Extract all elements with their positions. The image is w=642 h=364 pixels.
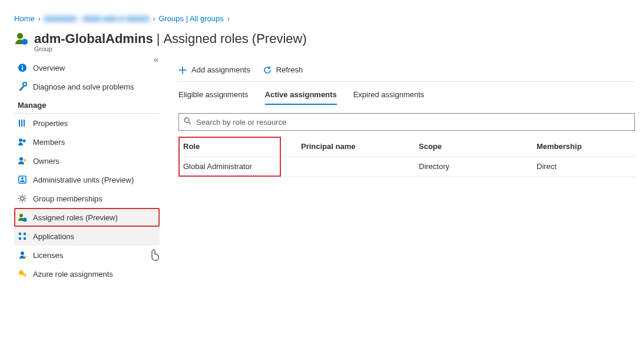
chevron-right-icon: › xyxy=(38,15,41,23)
tab-active-assignments[interactable]: Active assignments xyxy=(265,90,337,105)
svg-point-1 xyxy=(22,39,28,45)
licenses-icon xyxy=(18,250,27,260)
cell-scope: Directory xyxy=(419,162,537,171)
sidebar-item-licenses[interactable]: Licenses xyxy=(14,246,160,264)
title-divider: | xyxy=(157,31,160,47)
svg-line-27 xyxy=(188,122,191,124)
sidebar-label: Members xyxy=(33,138,65,147)
members-icon xyxy=(18,137,27,147)
svg-rect-24 xyxy=(22,274,26,275)
svg-rect-25 xyxy=(25,275,26,277)
sidebar-label: Properties xyxy=(33,119,68,128)
add-assignments-button[interactable]: Add assignments xyxy=(178,65,250,74)
info-icon xyxy=(18,63,27,72)
svg-rect-6 xyxy=(19,120,20,127)
chevron-right-icon: › xyxy=(227,15,230,23)
search-icon xyxy=(184,117,191,127)
sidebar-label: Applications xyxy=(33,232,74,241)
group-icon xyxy=(14,31,28,47)
wrench-icon xyxy=(18,82,27,91)
tab-eligible-assignments[interactable]: Eligible assignments xyxy=(178,90,249,105)
sidebar-label: Administrative units (Preview) xyxy=(33,176,134,184)
table-row[interactable]: Global Administrator Directory Direct xyxy=(178,157,635,177)
sidebar-label: Azure role assignments xyxy=(33,270,113,279)
page-title: Assigned roles (Preview) xyxy=(163,31,306,47)
sidebar-label: Licenses xyxy=(33,251,63,260)
refresh-icon xyxy=(263,66,272,74)
sidebar-item-admin-units[interactable]: Administrative units (Preview) xyxy=(14,170,160,189)
sidebar-item-properties[interactable]: Properties xyxy=(14,114,160,133)
svg-point-16 xyxy=(23,218,27,222)
svg-point-15 xyxy=(19,214,23,217)
properties-icon xyxy=(18,118,27,128)
tabs: Eligible assignments Active assignments … xyxy=(178,90,635,105)
sidebar-label: Assigned roles (Preview) xyxy=(33,213,118,222)
collapse-sidebar-button[interactable]: « xyxy=(154,55,158,64)
svg-rect-19 xyxy=(19,237,21,240)
plus-icon xyxy=(178,66,187,74)
breadcrumb-groups[interactable]: Groups | All groups xyxy=(158,14,223,23)
chevron-right-icon: › xyxy=(153,15,155,23)
sidebar-label: Overview xyxy=(33,64,65,72)
refresh-button[interactable]: Refresh xyxy=(263,65,303,74)
column-header-membership[interactable]: Membership xyxy=(537,142,635,151)
gear-icon xyxy=(18,194,27,203)
sidebar-section-label: Manage xyxy=(18,101,46,110)
assigned-roles-icon xyxy=(18,213,27,222)
svg-point-0 xyxy=(17,33,23,39)
svg-point-13 xyxy=(21,177,24,180)
cell-role: Global Administrator xyxy=(183,162,301,171)
svg-point-10 xyxy=(23,140,26,143)
sidebar-item-group-memberships[interactable]: Group memberships xyxy=(14,189,160,208)
column-header-role[interactable]: Role xyxy=(183,142,301,151)
toolbar: Add assignments Refresh xyxy=(178,58,635,82)
svg-rect-20 xyxy=(24,237,26,240)
sidebar-label: Diagnose and solve problems xyxy=(33,82,134,91)
toolbar-label: Add assignments xyxy=(191,65,250,74)
svg-point-21 xyxy=(21,252,24,255)
svg-point-14 xyxy=(21,197,24,200)
group-title: adm-GlobalAdmins xyxy=(34,31,153,47)
assignments-table: Role Principal name Scope Membership Glo… xyxy=(178,137,635,177)
svg-point-9 xyxy=(19,138,22,142)
search-placeholder: Search by role or resource xyxy=(196,118,286,127)
admin-units-icon xyxy=(18,175,27,184)
table-header-row: Role Principal name Scope Membership xyxy=(178,137,635,157)
svg-point-5 xyxy=(23,82,27,86)
svg-point-26 xyxy=(184,118,189,123)
sidebar-item-overview[interactable]: Overview xyxy=(14,58,160,77)
sidebar-label: Owners xyxy=(33,157,59,166)
svg-rect-8 xyxy=(24,120,25,127)
column-header-principal[interactable]: Principal name xyxy=(301,142,419,151)
sidebar-item-diagnose[interactable]: Diagnose and solve problems xyxy=(14,77,160,96)
breadcrumb-home[interactable]: Home xyxy=(14,14,35,23)
main-content: Add assignments Refresh Eligible assignm… xyxy=(164,58,642,283)
breadcrumb-tenant[interactable]: ■■■■■■■ · ■■■■ ■■■ ■ ■■■■■ xyxy=(44,14,150,23)
cell-membership: Direct xyxy=(537,162,635,171)
svg-rect-7 xyxy=(21,120,22,127)
sidebar-item-owners[interactable]: Owners xyxy=(14,151,160,170)
column-header-scope[interactable]: Scope xyxy=(419,142,537,151)
breadcrumb: Home › ■■■■■■■ · ■■■■ ■■■ ■ ■■■■■ › Grou… xyxy=(14,14,642,23)
svg-rect-3 xyxy=(22,67,23,70)
svg-rect-18 xyxy=(24,233,26,235)
search-input[interactable]: Search by role or resource xyxy=(178,113,635,131)
svg-rect-22 xyxy=(24,256,27,257)
tab-expired-assignments[interactable]: Expired assignments xyxy=(353,90,425,105)
sidebar-label: Group memberships xyxy=(33,194,102,203)
key-icon xyxy=(18,269,27,279)
sidebar-item-applications[interactable]: Applications xyxy=(14,227,160,246)
sidebar-section-manage: Manage xyxy=(14,101,160,114)
owners-icon xyxy=(18,156,27,166)
svg-rect-4 xyxy=(22,65,23,67)
applications-icon xyxy=(18,231,27,241)
page-header: adm-GlobalAdmins | Assigned roles (Previ… xyxy=(14,31,642,52)
sidebar-item-azure-roles[interactable]: Azure role assignments xyxy=(14,264,160,283)
sidebar-item-members[interactable]: Members xyxy=(14,133,160,151)
sidebar-item-assigned-roles[interactable]: Assigned roles (Preview) xyxy=(14,208,160,227)
svg-point-11 xyxy=(19,157,23,161)
sidebar: « Overview Diagnose and solve problems M… xyxy=(14,58,164,283)
svg-rect-17 xyxy=(19,233,21,235)
toolbar-label: Refresh xyxy=(276,65,303,74)
